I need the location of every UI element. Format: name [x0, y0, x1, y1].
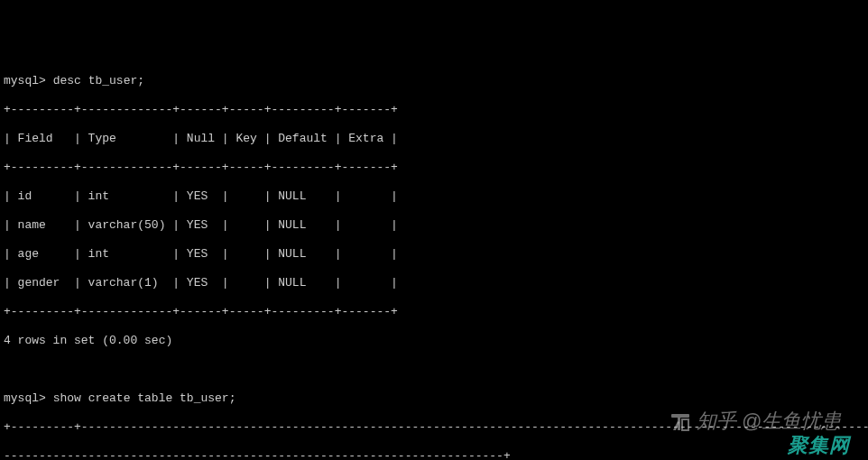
- desc-table-row: | gender | varchar(1) | YES | | NULL | |: [4, 276, 864, 290]
- desc-table-border-bot: +---------+-------------+------+-----+--…: [4, 305, 864, 319]
- zhihu-logo-icon: [669, 411, 691, 433]
- desc-table-header-row: | Field | Type | Null | Key | Default | …: [4, 132, 864, 146]
- create-table-border-1b: ----------------------------------------…: [4, 449, 864, 460]
- mysql-prompt: mysql>: [4, 391, 46, 405]
- desc-table-border-top: +---------+-------------+------+-----+--…: [4, 103, 864, 117]
- zhihu-brand-text: 知乎: [697, 409, 736, 432]
- blank-line: [4, 363, 864, 377]
- mysql-prompt: mysql>: [4, 74, 46, 87]
- zhihu-user-text: @生鱼忧患: [742, 409, 841, 432]
- jujiwang-watermark: 聚集网: [788, 438, 850, 453]
- desc-result-footer: 4 rows in set (0.00 sec): [4, 334, 864, 348]
- zhihu-watermark: 知乎 @生鱼忧患: [658, 397, 841, 433]
- desc-table-row: | name | varchar(50) | YES | | NULL | |: [4, 218, 864, 233]
- desc-table-row: | id | int | YES | | NULL | |: [4, 189, 864, 204]
- svg-rect-0: [671, 414, 689, 418]
- command-text: show create table tb_user;: [53, 391, 236, 405]
- command-line-1: mysql> desc tb_user;: [4, 74, 864, 88]
- svg-rect-2: [682, 419, 688, 430]
- command-text: desc tb_user;: [53, 74, 144, 87]
- desc-table-border-mid: +---------+-------------+------+-----+--…: [4, 161, 864, 175]
- desc-table-row: | age | int | YES | | NULL | |: [4, 247, 864, 262]
